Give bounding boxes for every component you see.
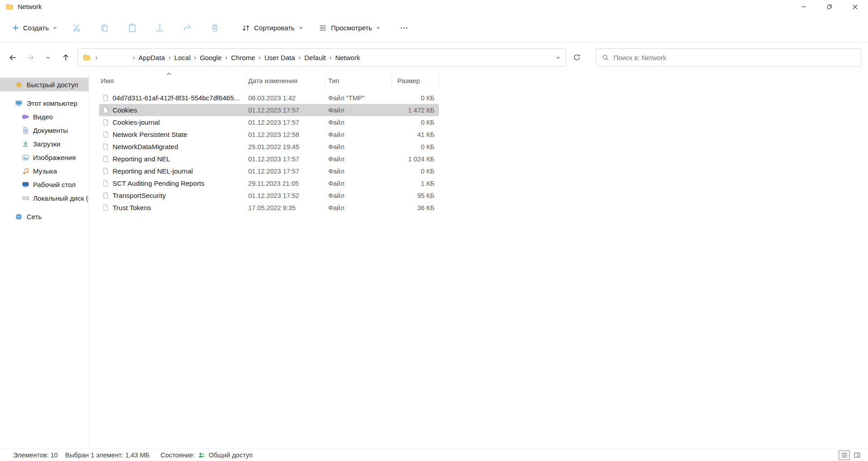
file-size: 1 024 КБ xyxy=(392,155,439,163)
file-size: 1 472 КБ xyxy=(392,107,439,114)
thumbnails-view-button[interactable] xyxy=(851,450,863,460)
file-name: Trust Tokens xyxy=(113,204,151,212)
up-button[interactable] xyxy=(59,51,72,64)
file-name: Cookies-journal xyxy=(113,118,160,126)
file-type: Файл "TMP" xyxy=(326,94,392,102)
04d7d311-61af-412f-8f31-554bc7df6465...[interactable]: 04d7d311-61af-412f-8f31-554bc7df6465... … xyxy=(99,92,439,104)
Reporting and NEL[interactable]: Reporting and NEL 01.12.2023 17:57 Файл … xyxy=(99,153,439,165)
file-size: 1 КБ xyxy=(392,180,439,187)
breadcrumb-item[interactable]: › Network xyxy=(326,49,360,66)
refresh-button[interactable] xyxy=(570,51,584,64)
file-size: 0 КБ xyxy=(392,168,439,175)
copy-button[interactable] xyxy=(95,19,113,37)
Trust Tokens[interactable]: Trust Tokens 17.05.2022 9:35 Файл 36 КБ xyxy=(99,202,439,214)
window-title: Network xyxy=(18,3,42,10)
address-row: › › AppData › Local › Google › Chrome xyxy=(0,42,868,72)
minimize-button[interactable] xyxy=(791,0,816,14)
TransportSecurity[interactable]: TransportSecurity 01.12.2023 17:52 Файл … xyxy=(99,189,439,202)
new-button[interactable]: Создать xyxy=(7,19,62,37)
file-size: 0 КБ xyxy=(392,143,439,151)
arrow-right-icon xyxy=(26,53,35,62)
NetworkDataMigrated[interactable]: NetworkDataMigrated 25.01.2022 19:45 Фай… xyxy=(99,141,439,153)
sidebar-item-local-disk-c[interactable]: Локальный диск (C: xyxy=(0,191,89,205)
sort-button-label: Сортировать xyxy=(254,24,295,32)
sidebar-item-quick-access[interactable]: Быстрый доступ xyxy=(0,78,89,91)
close-button[interactable] xyxy=(842,0,868,14)
recent-locations-button[interactable] xyxy=(41,51,55,64)
search-input[interactable] xyxy=(613,54,855,61)
file-size: 0 КБ xyxy=(392,94,439,102)
Reporting and NEL-journal[interactable]: Reporting and NEL-journal 01.12.2023 17:… xyxy=(99,165,439,177)
column-header[interactable]: Тип xyxy=(326,75,392,87)
breadcrumb-item[interactable]: › Chrome xyxy=(222,49,255,66)
column-header[interactable]: Размер xyxy=(392,75,439,87)
SCT Auditing Pending Reports[interactable]: SCT Auditing Pending Reports 29.11.2023 … xyxy=(99,177,439,189)
chevron-down-icon xyxy=(376,25,381,30)
file-date-modified: 01.12.2023 17:57 xyxy=(246,107,326,114)
shared-status-icon xyxy=(198,452,205,459)
Cookies[interactable]: Cookies 01.12.2023 17:57 Файл 1 472 КБ xyxy=(99,104,439,116)
sidebar-item-documents[interactable]: Документы xyxy=(0,123,89,137)
breadcrumb-separator: › xyxy=(225,54,227,61)
file-name: 04d7d311-61af-412f-8f31-554bc7df6465... xyxy=(113,94,240,102)
sort-button[interactable]: Сортировать xyxy=(237,19,308,37)
music-icon xyxy=(22,167,29,175)
file-name-cell: Cookies xyxy=(99,106,246,114)
file-icon xyxy=(102,179,109,187)
view-button-label: Просмотреть xyxy=(331,24,372,32)
chevron-down-icon xyxy=(52,25,57,30)
sidebar-item-network[interactable]: Сеть xyxy=(0,210,89,223)
breadcrumb-separator: › xyxy=(330,54,332,61)
file-date-modified: 01.12.2023 17:52 xyxy=(246,192,326,199)
sidebar-item-desktop[interactable]: Рабочий стол xyxy=(0,178,89,191)
view-button[interactable]: Просмотреть xyxy=(314,19,385,37)
breadcrumb-item[interactable]: › Local xyxy=(165,49,191,66)
maximize-button[interactable] xyxy=(816,0,842,14)
breadcrumb-item[interactable]: › Default xyxy=(295,49,326,66)
sidebar-item-pictures[interactable]: Изображения xyxy=(0,151,89,164)
delete-button[interactable] xyxy=(206,19,224,37)
address-dropdown-icon[interactable] xyxy=(556,55,561,60)
new-button-label: Создать xyxy=(23,24,49,32)
sidebar-item-videos[interactable]: Видео xyxy=(0,110,89,123)
breadcrumb-separator: › xyxy=(194,54,196,61)
forward-button[interactable] xyxy=(24,51,37,64)
status-bar: Элементов: 10 Выбран 1 элемент: 1,43 МБ … xyxy=(0,448,868,461)
breadcrumb-item[interactable]: › AppData xyxy=(129,49,165,66)
more-options-button[interactable] xyxy=(394,19,414,37)
rename-button[interactable] xyxy=(151,19,169,37)
file-date-modified: 29.11.2023 21:05 xyxy=(246,180,326,187)
details-view-button[interactable] xyxy=(839,450,850,460)
computer-icon xyxy=(15,99,23,107)
state-label: Состояние: xyxy=(160,452,195,459)
cut-button[interactable] xyxy=(68,19,86,37)
column-header[interactable]: Имя xyxy=(99,75,246,87)
column-header[interactable]: Дата изменения xyxy=(246,75,326,87)
content-area: Быстрый доступ Этот компьютер Видео Доку… xyxy=(0,72,868,448)
paste-button[interactable] xyxy=(123,19,141,37)
Cookies-journal[interactable]: Cookies-journal 01.12.2023 17:57 Файл 0 … xyxy=(99,116,439,128)
sidebar-item-downloads[interactable]: Загрузки xyxy=(0,137,89,151)
breadcrumb-item[interactable]: › xyxy=(92,49,129,66)
back-button[interactable] xyxy=(6,51,19,64)
view-list-icon xyxy=(318,24,327,33)
sidebar-item-this-pc[interactable]: Этот компьютер xyxy=(0,96,89,110)
restore-icon xyxy=(827,4,832,9)
search-icon xyxy=(602,54,609,61)
address-bar[interactable]: › › AppData › Local › Google › Chrome xyxy=(77,48,566,66)
share-button[interactable] xyxy=(178,19,196,37)
file-icon xyxy=(102,155,109,163)
file-name: Reporting and NEL xyxy=(113,155,170,163)
titlebar: Network xyxy=(0,0,868,14)
breadcrumb-item[interactable]: › Google xyxy=(190,49,222,66)
breadcrumb-item[interactable]: › User Data xyxy=(255,49,295,66)
cut-icon xyxy=(72,23,82,33)
folder-icon xyxy=(83,53,91,61)
file-icon xyxy=(102,192,109,199)
Network Persistent State[interactable]: Network Persistent State 01.12.2023 12:5… xyxy=(99,128,439,141)
breadcrumb-separator: › xyxy=(95,54,98,61)
file-date-modified: 25.01.2022 19:45 xyxy=(246,143,326,151)
file-type: Файл xyxy=(326,155,392,163)
file-size: 41 КБ xyxy=(392,131,439,138)
sidebar-item-music[interactable]: Музыка xyxy=(0,164,89,178)
